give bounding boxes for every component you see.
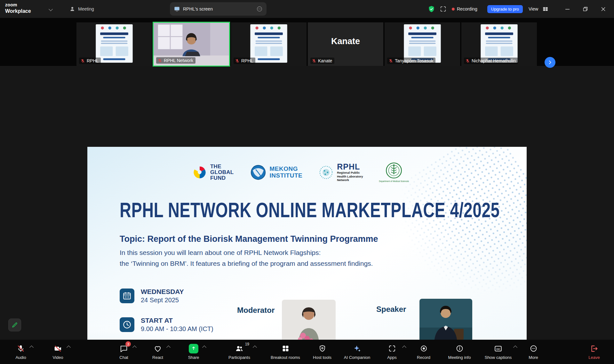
captions-icon: CC [494,344,502,353]
moderator-label: Moderator [237,306,275,315]
moderator-photo [282,300,336,342]
annotate-pencil-button[interactable] [8,319,21,331]
mic-muted-icon [465,59,470,63]
record-icon [420,344,428,353]
mekong-institute-logo: MEKONG INSTITUTE [250,164,303,181]
slide-title: RPHL NETWORK ONLINE MARKETPLACE 4/2025 [120,198,500,222]
view-button[interactable]: View [529,0,538,18]
partner-logos-row: THE GLOBAL FUND MEKONG INSTITUTE [87,162,514,183]
active-speaker-tile[interactable]: RPHL Network [153,22,230,67]
shared-screen-area: THE GLOBAL FUND MEKONG INSTITUTE [0,66,614,340]
meeting-info-button[interactable]: Meeting info [442,340,477,364]
security-shield-icon[interactable] [427,0,435,18]
meeting-tab[interactable]: Meeting [69,0,94,18]
share-screen-icon [189,344,198,353]
zoom-workplace-logo: zoom Workplace [5,2,31,14]
participants-count: 19 [245,342,249,346]
video-button[interactable]: Video [45,340,71,364]
minimize-button[interactable] [559,0,575,18]
participants-icon [235,344,243,353]
tab-rphls-screen[interactable]: RPHL's screen [170,2,267,16]
slide-description: In this session you will learn about one… [120,247,373,269]
captions-options-chevron[interactable] [513,345,517,350]
leave-button[interactable]: Leave [580,340,609,364]
time-block: START AT 9.00 AM - 10:30 AM (ICT) [120,316,213,333]
mic-muted-icon [157,58,162,63]
slide-topic: Topic: Report of the Biorisk Management … [120,234,378,244]
audio-options-chevron[interactable] [29,345,34,350]
person-icon [69,6,76,12]
participant-name-label: RPHL [79,58,101,64]
mic-muted-icon [312,59,316,63]
workplace-label: Workplace [5,8,31,14]
video-options-chevron[interactable] [67,345,71,350]
shared-presentation-slide: THE GLOBAL FUND MEKONG INSTITUTE [87,147,527,364]
rphl-logo: RPHL Regional Public Health Laboratory N… [318,163,363,182]
host-tools-button[interactable]: Host tools [306,340,338,364]
participant-display-name: Kanate [308,36,383,46]
shield-icon [318,344,326,353]
participant-tile[interactable]: RPHL [76,22,152,66]
recording-dot [452,8,455,11]
heart-icon [154,344,162,353]
participants-button[interactable]: Participants 19 [222,340,257,364]
share-options-chevron[interactable] [202,345,206,350]
clock-icon [120,317,134,332]
mic-muted-icon [80,59,85,63]
screen-share-icon [174,6,180,12]
workspace-chevron-icon[interactable] [49,7,53,11]
poster-thumbnail [404,24,441,63]
tab-label: RPHL's screen [183,6,213,12]
upgrade-to-pro-button[interactable]: Upgrade to pro [487,5,523,13]
participant-tile[interactable]: Kanate Kanate [308,22,383,66]
chat-unread-badge: 3 [125,341,131,347]
share-button[interactable]: Share [181,340,206,364]
close-button[interactable] [595,0,611,18]
poster-thumbnail [96,24,133,63]
captions-button[interactable]: CC Show captions [479,340,517,364]
mic-muted-icon [235,59,240,63]
mic-muted-icon [388,59,393,63]
participant-tile[interactable]: RPHL [231,22,307,66]
moph-emblem-icon [386,162,402,179]
mic-muted-icon [17,344,25,353]
speaker-photo [419,299,472,342]
ai-companion-button[interactable]: AI Companion [339,340,375,364]
react-button[interactable]: React [145,340,171,364]
participant-name-label: RPHL Network [156,57,195,64]
global-fund-logo: THE GLOBAL FUND [192,164,234,181]
participant-tile[interactable]: Nichaphat Hemathulin [461,22,537,66]
zoom-wordmark: zoom [5,2,31,8]
participants-options-chevron[interactable] [253,345,257,350]
meeting-tab-label: Meeting [78,6,94,12]
recording-status: Recording [457,0,477,18]
participant-name-label: Kanate [310,58,334,64]
participant-tile[interactable]: Tanyaporn Tosasuk [385,22,460,66]
participant-name-label: Tanyaporn Tosasuk [387,58,435,64]
participant-name-label: Nichaphat Hemathulin [464,58,518,64]
restore-button[interactable] [577,0,593,18]
tab-more-icon[interactable] [256,6,263,12]
apps-options-chevron[interactable] [402,345,406,350]
info-icon [456,344,464,353]
calendar-icon [120,289,134,303]
record-button[interactable]: Record [409,340,438,364]
breakout-rooms-icon [282,344,290,353]
dotted-globe-icon [318,165,334,180]
meeting-toolbar: Audio Video Chat 3 React [0,340,614,364]
apps-button[interactable]: Apps [378,340,406,364]
next-participants-button[interactable] [545,57,555,68]
chat-button[interactable]: Chat 3 [111,340,137,364]
chat-options-chevron[interactable] [132,345,137,350]
view-layout-icon[interactable] [542,0,549,18]
more-icon [530,344,538,353]
audio-button[interactable]: Audio [8,340,34,364]
more-button[interactable]: More [519,340,548,364]
poster-thumbnail [250,24,287,63]
react-options-chevron[interactable] [166,345,171,350]
sparkle-icon [353,344,361,353]
connected-apps-icon[interactable] [440,0,447,18]
breakout-rooms-button[interactable]: Breakout rooms [266,340,305,364]
global-fund-mark-icon [192,165,207,180]
svg-text:CC: CC [496,347,500,350]
